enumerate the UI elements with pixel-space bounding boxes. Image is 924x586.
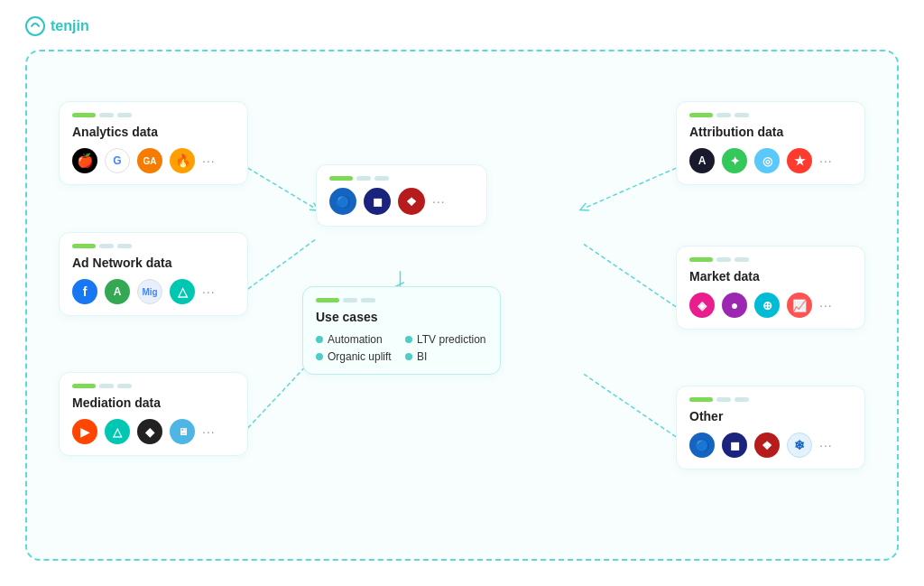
bar-gray2 [735, 397, 749, 402]
card-header [689, 113, 852, 117]
center-icons: 🔵 ◼ ❖ ··· [329, 188, 474, 215]
google-analytics-icon: GA [137, 148, 162, 173]
svg-point-0 [26, 17, 44, 35]
bar-gray [716, 257, 731, 262]
dot-organic [316, 353, 323, 360]
snowflake-icon: ❄ [787, 433, 812, 458]
card-header [72, 384, 235, 388]
appsflyer2-icon: △ [105, 419, 130, 444]
bar-gray2 [361, 298, 375, 302]
singular-icon: ◎ [754, 148, 780, 173]
svg-line-2 [248, 240, 315, 290]
google-icon: G [105, 148, 130, 173]
attribution-title: Attribution data [689, 125, 852, 139]
other-card: Other 🔵 ◼ ❖ ❄ ··· [676, 386, 865, 470]
dot-ltv [405, 336, 412, 343]
bar-green [689, 113, 713, 117]
db1-icon: 🔵 [329, 188, 356, 215]
bar-gray2 [117, 244, 132, 248]
usecase-organic: Organic uplift [316, 350, 398, 363]
firebase-icon: 🔥 [170, 148, 195, 173]
card-header [689, 257, 852, 262]
other-title: Other [689, 409, 852, 423]
logo: tenjin [25, 16, 89, 36]
center-more: ··· [432, 194, 446, 209]
market-icons: ◈ ● ⊕ 📈 ··· [689, 293, 852, 318]
attribution-icons: A ✦ ◎ ★ ··· [689, 148, 852, 173]
bar-green [329, 176, 353, 181]
market-title: Market data [689, 269, 852, 284]
apple-icon: 🍎 [72, 148, 97, 173]
bar-green [689, 397, 713, 402]
db2-icon: ◼ [364, 188, 391, 215]
attribution-card: Attribution data A ✦ ◎ ★ ··· [676, 101, 865, 185]
adnetwork-card: Ad Network data f A Mig △ ··· [59, 232, 248, 316]
adnetwork-more: ··· [202, 284, 216, 299]
mediation-title: Mediation data [72, 395, 235, 410]
card-header [72, 244, 235, 248]
other-icons: 🔵 ◼ ❖ ❄ ··· [689, 433, 852, 458]
attribution-more: ··· [819, 153, 833, 168]
svg-line-5 [584, 168, 676, 209]
card-header [329, 176, 474, 181]
mediation-more: ··· [202, 424, 216, 439]
mediation-card: Mediation data ▶ △ ◆ 🖥 ··· [59, 372, 248, 456]
bar-gray [716, 397, 731, 402]
usecase-bi: BI [405, 350, 487, 363]
bar-gray2 [117, 384, 132, 388]
svg-line-6 [584, 244, 676, 307]
bar-gray [356, 176, 371, 181]
bar-gray [99, 384, 114, 388]
other1-icon: 🔵 [689, 433, 715, 458]
bar-gray [99, 113, 114, 117]
analytics-more: ··· [202, 153, 216, 168]
usecase-automation-label: Automation [328, 333, 383, 346]
dot-automation [316, 336, 323, 343]
usecase-bi-label: BI [417, 350, 427, 363]
svg-line-7 [584, 374, 676, 437]
apptopia-icon: ⊕ [754, 293, 780, 318]
usecase-organic-label: Organic uplift [328, 350, 392, 363]
center-card: 🔵 ◼ ❖ ··· [316, 164, 487, 227]
adnetwork-icons: f A Mig △ ··· [72, 279, 235, 304]
google-ads-icon: A [105, 279, 130, 304]
usecases-title: Use cases [316, 310, 487, 324]
ironsource-icon: 🖥 [170, 419, 195, 444]
card-header [689, 397, 852, 402]
dot-bi [405, 353, 412, 360]
market-chart-icon: 📈 [787, 293, 812, 318]
other3-icon: ❖ [754, 433, 780, 458]
bar-green [316, 298, 339, 302]
appsflyer-icon: △ [170, 279, 195, 304]
data42-icon: ● [722, 293, 747, 318]
bar-gray2 [735, 257, 749, 262]
adjust-icon: A [689, 148, 715, 173]
branch-icon: ✦ [722, 148, 747, 173]
card-header [72, 113, 235, 117]
mediation-icons: ▶ △ ◆ 🖥 ··· [72, 419, 235, 444]
logo-text: tenjin [51, 18, 89, 34]
bar-green [72, 384, 96, 388]
bar-gray2 [374, 176, 389, 181]
market-more: ··· [819, 298, 833, 312]
analytics-icons: 🍎 G GA 🔥 ··· [72, 148, 235, 173]
bar-gray [716, 113, 731, 117]
analytics-card: Analytics data 🍎 G GA 🔥 ··· [59, 101, 248, 185]
svg-line-1 [248, 168, 315, 209]
usecase-automation: Automation [316, 333, 398, 346]
bar-gray [343, 298, 357, 302]
logo-icon [25, 16, 45, 36]
usecase-ltv: LTV prediction [405, 333, 487, 346]
other2-icon: ◼ [722, 433, 747, 458]
bar-green [689, 257, 713, 262]
mig-icon: Mig [137, 279, 162, 304]
usecases-list: Automation LTV prediction Organic uplift… [316, 333, 487, 363]
db3-icon: ❖ [398, 188, 425, 215]
analytics-title: Analytics data [72, 125, 235, 139]
kochava-icon: ★ [787, 148, 812, 173]
sensor-tower-icon: ◈ [689, 293, 715, 318]
usecases-card: Use cases Automation LTV prediction Orga… [302, 286, 501, 375]
other-more: ··· [819, 438, 833, 452]
usecase-ltv-label: LTV prediction [417, 333, 485, 346]
adnetwork-title: Ad Network data [72, 256, 235, 270]
